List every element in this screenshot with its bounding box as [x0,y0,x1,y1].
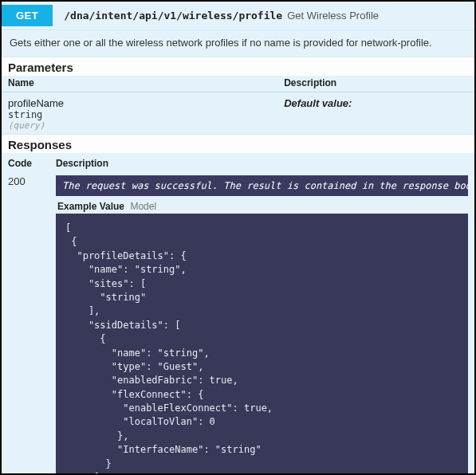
tab-model[interactable]: Model [130,201,156,212]
param-default-label: Default value: [284,97,468,109]
responses-table-header: Code Description [2,153,474,172]
param-header-description: Description [284,77,468,88]
tab-example-value[interactable]: Example Value [57,201,124,212]
parameters-table-header: Name Description [2,76,474,92]
response-row: 200 The request was successful. The resu… [2,172,474,475]
endpoint-path: /dna/intent/api/v1/wireless/profile [64,10,282,22]
operation-header[interactable]: GET /dna/intent/api/v1/wireless/profile … [2,2,474,29]
param-type: string [8,109,284,120]
response-header-description: Description [56,158,468,169]
response-code: 200 [8,175,56,475]
http-method-badge: GET [2,5,53,26]
example-code-block[interactable]: [ { "profileDetails": { "name": "string"… [56,214,468,475]
operation-summary: Get Wireless Profile [287,10,379,22]
responses-heading: Responses [2,134,474,153]
param-in: (query) [8,120,284,131]
parameters-heading: Parameters [2,57,474,76]
response-message: The request was successful. The result i… [56,175,468,196]
param-header-name: Name [8,77,284,88]
parameter-row: profileName string (query) Default value… [2,92,474,134]
example-tabs: Example Value Model [56,196,468,214]
param-name: profileName [8,97,284,109]
api-operation-panel: GET /dna/intent/api/v1/wireless/profile … [0,0,476,475]
response-header-code: Code [8,158,56,169]
operation-description: Gets either one or all the wireless netw… [2,29,474,57]
